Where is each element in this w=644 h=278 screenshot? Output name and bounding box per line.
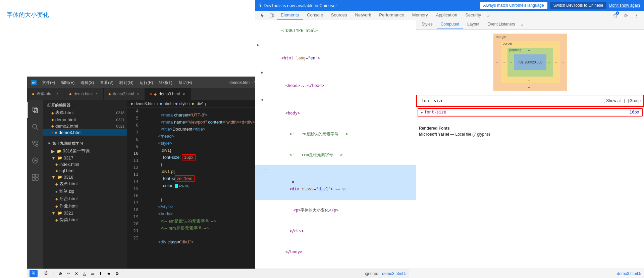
ime-btn-4[interactable]: ✏ [65, 271, 71, 277]
notif-dont-show-link[interactable]: Don't show again [609, 3, 640, 8]
devtools-more-tabs[interactable]: » [485, 11, 491, 20]
dom-line-body-close[interactable]: </body> [255, 241, 416, 262]
ime-btn-9[interactable]: ★ [106, 271, 112, 277]
svg-rect-15 [32, 178, 35, 180]
sidebar-open-formbiao[interactable]: ◆ 表单.html 0318 [43, 109, 127, 117]
sidebar-open-demo[interactable]: ◆ demo.html 0321 [43, 117, 127, 123]
notif-switch-chinese-button[interactable]: Switch DevTools to Chinese [550, 2, 607, 9]
notif-match-language-button[interactable]: Always match Chrome's language [480, 2, 547, 9]
sidebar-file-sql[interactable]: ◆ sql.html [43, 168, 127, 174]
sidebar-folder-0321[interactable]: ▼ 📂 0321 [43, 210, 127, 216]
activity-search[interactable] [27, 119, 43, 135]
sidebar-file-index[interactable]: ◆ index.html [43, 161, 127, 168]
menu-goto[interactable]: 转到(G) [117, 79, 136, 86]
devtools-file-link[interactable]: demo3.html:5 [382, 271, 407, 276]
tab-close-demo3[interactable]: × [182, 92, 186, 96]
right-tab-computed[interactable]: Computed [437, 20, 463, 29]
dom-line-doctype[interactable]: <!DOCTYPE html> [255, 20, 416, 41]
devtools-device-icon[interactable] [267, 11, 277, 20]
menu-terminal[interactable]: 终端(T) [156, 79, 175, 86]
ime-btn-5[interactable]: ✕ [73, 271, 79, 277]
sidebar-folder-0318[interactable]: ▼ 📂 0318 [43, 174, 127, 180]
right-tab-more[interactable]: » [519, 20, 526, 29]
devtools-tab-console[interactable]: Console [303, 11, 327, 20]
breadcrumb-item-2[interactable]: style [179, 101, 187, 106]
ime-btn-10[interactable]: ⚙ [114, 271, 120, 277]
close-icon-demo3[interactable]: × [51, 131, 53, 134]
file-icon-demo: ◆ [51, 118, 54, 122]
tab-close-formbiao[interactable]: × [55, 92, 59, 96]
dom-line-comment1[interactable]: <!-- em是默认的元素字号 --> [255, 124, 416, 144]
devtools-tab-elements[interactable]: Elements [277, 11, 303, 20]
menu-run[interactable]: 运行(R) [137, 79, 156, 86]
breadcrumb-item-0[interactable]: demo3.html [135, 101, 156, 106]
dom-line-p[interactable]: <p>字体的大小变化</p> [255, 200, 416, 221]
right-panel: Styles Computed Layout Event Listeners »… [416, 20, 644, 269]
devtools-tab-security[interactable]: Security [461, 11, 485, 20]
group-label[interactable]: Group [624, 98, 641, 103]
tab-close-demo[interactable]: × [95, 92, 99, 96]
svg-rect-19 [270, 14, 273, 17]
devtools-notification-badge[interactable]: 1 [610, 11, 620, 20]
tab-close-demo2[interactable]: × [136, 92, 140, 96]
sidebar-file-backend[interactable]: ◆ 后台.html [43, 195, 127, 202]
dom-line-div1[interactable]: ... ▼ <div class="div1"> == $0 [255, 165, 416, 200]
ime-btn-2[interactable]: · [51, 271, 55, 277]
right-tab-event-listeners[interactable]: Event Listeners [483, 20, 519, 29]
sidebar-folder-0317[interactable]: ▼ 📂 0317 [43, 155, 127, 161]
computed-search-input[interactable] [420, 97, 598, 104]
ime-btn-7[interactable]: ▭ [89, 271, 96, 277]
ime-btn-8[interactable]: ⬆ [98, 271, 104, 277]
dom-head-tag: <head> [285, 83, 300, 88]
menu-file[interactable]: 文件(F) [39, 79, 58, 86]
computed-prop-expand-arrow[interactable]: ▶ [421, 110, 423, 114]
devtools-settings-icon[interactable] [621, 11, 631, 20]
right-tab-styles[interactable]: Styles [418, 20, 437, 29]
activity-explorer[interactable] [27, 102, 43, 118]
tab-demo[interactable]: ◆ demo.html × [64, 88, 104, 100]
ime-icon-main[interactable]: 英 [30, 270, 38, 277]
devtools-notification: ℹ DevTools is now available in Chinese! … [255, 0, 644, 11]
ime-btn-1[interactable]: 英 [43, 270, 49, 277]
sidebar-open-demo3[interactable]: × ◆ demo3.html [43, 129, 127, 136]
open-file-badge-demo: 0321 [116, 118, 124, 122]
ime-btn-3[interactable]: ⊕ [57, 271, 63, 277]
sidebar-file-zip[interactable]: ■ 表单.zip [43, 188, 127, 195]
sidebar-folder-0316[interactable]: ▶ 📁 0316第一节课 [43, 147, 127, 155]
right-tab-layout[interactable]: Layout [463, 20, 483, 29]
dom-line-head[interactable]: ▶ <head>...</head> [255, 68, 416, 96]
devtools-tab-network[interactable]: Network [351, 11, 375, 20]
activity-debug[interactable] [27, 152, 43, 169]
sidebar-file-homework[interactable]: ◆ 作业.html [43, 202, 127, 210]
menu-view[interactable]: 查看(V) [97, 79, 116, 86]
menu-help[interactable]: 帮助(H) [176, 79, 195, 86]
dom-line-div1-close[interactable]: </div> [255, 221, 416, 241]
group-checkbox[interactable] [624, 99, 629, 103]
activity-extensions[interactable] [27, 169, 43, 185]
menu-edit[interactable]: 编辑(E) [58, 79, 77, 86]
devtools-tab-performance[interactable]: Performance [375, 11, 408, 20]
show-all-checkbox[interactable] [601, 99, 605, 103]
devtools-tab-sources[interactable]: Sources [327, 11, 351, 20]
breadcrumb-item-1[interactable]: html [164, 101, 171, 106]
dom-line-body[interactable]: ▼ <body> [255, 96, 416, 124]
activity-source-control[interactable] [27, 136, 43, 152]
sidebar-open-demo2[interactable]: ◆ demo2.html 0321 [43, 123, 127, 129]
show-all-label[interactable]: Show all [601, 98, 621, 103]
ime-btn-6[interactable]: △ [82, 271, 87, 277]
tab-demo3[interactable]: × ◆ demo3.html × [145, 88, 191, 100]
menu-select[interactable]: 选择(S) [78, 79, 97, 86]
devtools-tab-memory[interactable]: Memory [408, 11, 432, 20]
dom-line-comment2[interactable]: <!-- rem是根元素字号 --> [255, 144, 416, 165]
sidebar-file-formbiao2[interactable]: ◆ 表单.html [43, 180, 127, 188]
tab-formbiao[interactable]: ◆ 表单.html × [27, 88, 64, 100]
devtools-file-link-bottom[interactable]: demo3.html:5 [617, 271, 641, 276]
sidebar-file-pseudo[interactable]: ◆ 伪类.html [43, 216, 127, 224]
tab-demo2[interactable]: ◆ demo2.html × [104, 88, 145, 100]
computed-prop-font-size[interactable]: ▶ font-size 16px [418, 109, 642, 116]
devtools-more-options[interactable]: ⋮ [632, 11, 641, 20]
devtools-cursor-icon[interactable] [258, 11, 267, 20]
devtools-tab-application[interactable]: Application [432, 11, 462, 20]
dom-line-html[interactable]: ▶ <html lang="en"> [255, 41, 416, 68]
breadcrumb-item-3[interactable]: .div1 p [196, 101, 207, 106]
